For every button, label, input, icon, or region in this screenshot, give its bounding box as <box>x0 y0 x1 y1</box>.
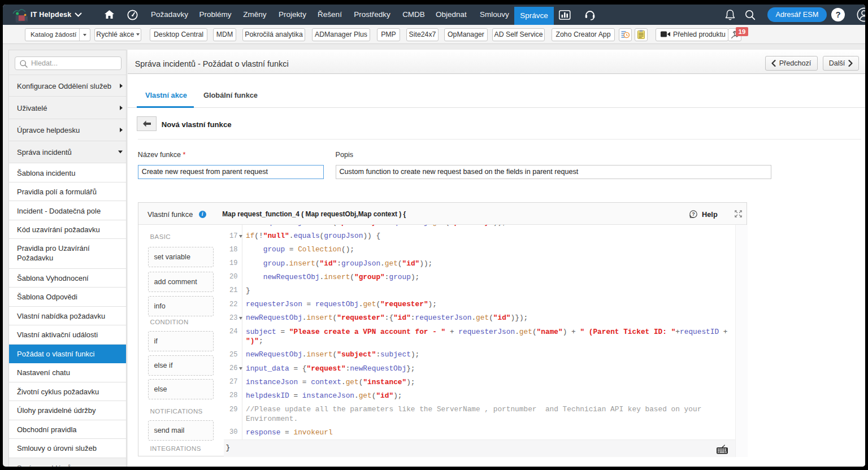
svg-text:?: ? <box>692 211 695 217</box>
